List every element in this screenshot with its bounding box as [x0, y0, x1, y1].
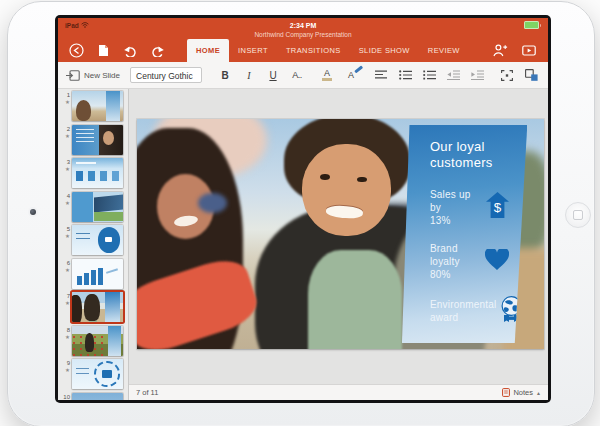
thumbnail-item-5: 5★ [58, 225, 128, 255]
undo-button[interactable] [123, 43, 138, 58]
back-button[interactable] [69, 43, 84, 58]
font-color-swatch [322, 78, 332, 81]
slide-number: 2 [58, 125, 70, 133]
slide-9-thumbnail[interactable] [72, 359, 123, 389]
slide-7-thumbnail-selected[interactable] [72, 292, 123, 322]
slide-number: 9 [58, 359, 70, 367]
slide-text-panel: Our loyal customers Sales up by13% $ [402, 125, 527, 343]
transition-star-icon: ★ [58, 200, 70, 207]
status-bar: iPad 2:34 PM [58, 18, 548, 31]
tab-review[interactable]: REVIEW [419, 39, 469, 62]
tab-home[interactable]: HOME [187, 39, 229, 62]
text-box-button[interactable] [500, 66, 514, 84]
present-slideshow-icon[interactable] [521, 43, 536, 58]
slide-bullet-sales: Sales up by13% $ [430, 188, 509, 227]
stage: iPad 2:34 PM Northwind Company Presentat… [0, 0, 600, 426]
screen: iPad 2:34 PM Northwind Company Presentat… [58, 18, 548, 400]
slide-number: 1 [58, 91, 70, 99]
thumbnail-item-9: 9★ [58, 359, 128, 389]
current-slide[interactable]: Our loyal customers Sales up by13% $ [137, 119, 544, 349]
clock: 2:34 PM [58, 22, 548, 29]
more-formatting-button[interactable]: A.. [290, 66, 304, 84]
font-name-select[interactable]: Century Gothic [130, 67, 202, 83]
slide-6-thumbnail[interactable] [72, 259, 123, 289]
italic-button[interactable]: I [242, 66, 256, 84]
numbering-button[interactable] [422, 66, 436, 84]
transition-star-icon: ★ [58, 166, 70, 173]
dollar-arrow-icon: $ [486, 192, 509, 222]
shapes-icon [525, 69, 538, 81]
toolbar: HOME INSERT TRANSITIONS SLIDE SHOW REVIE… [58, 39, 548, 62]
align-button[interactable] [374, 66, 388, 84]
slide-3-thumbnail[interactable] [72, 158, 123, 188]
screen-bezel: iPad 2:34 PM Northwind Company Presentat… [55, 15, 551, 403]
transition-star-icon: ★ [58, 267, 70, 274]
app-header: iPad 2:34 PM Northwind Company Presentat… [58, 18, 548, 62]
new-slide-icon [66, 70, 80, 81]
transition-star-icon: ★ [58, 334, 70, 341]
bullet-list-icon [399, 70, 412, 80]
thumbnail-item-6: 6★ [58, 259, 128, 289]
transition-star-icon: ★ [58, 367, 70, 374]
front-camera [30, 209, 36, 215]
thumbnail-item-3: 3★ [58, 158, 128, 188]
slide-canvas: Our loyal customers Sales up by13% $ [129, 89, 548, 384]
transition-star-icon: ★ [58, 133, 70, 140]
transition-star-icon: ★ [58, 300, 70, 307]
numbered-list-icon [423, 70, 436, 80]
slide-number: 8 [58, 326, 70, 334]
heart-icon [485, 249, 509, 274]
thumbnail-item-4: 4★ [58, 192, 128, 222]
text-box-icon [501, 70, 513, 81]
transition-star-icon: ★ [58, 99, 70, 106]
ipad-frame: iPad 2:34 PM Northwind Company Presentat… [7, 1, 595, 426]
slide-1-thumbnail[interactable] [72, 91, 123, 121]
share-person-add-icon[interactable] [493, 43, 508, 58]
outdent-icon [447, 70, 460, 80]
new-slide-label: New Slide [84, 71, 120, 80]
slide-title: Our loyal customers [430, 139, 514, 172]
thumbnail-item-2: 2★ [58, 125, 128, 155]
main-area: 1★ 2★ 3★ 4★ [58, 89, 548, 400]
redo-button[interactable] [150, 43, 165, 58]
home-button[interactable] [565, 202, 591, 228]
notes-icon [502, 388, 510, 397]
tab-transitions[interactable]: TRANSITIONS [277, 39, 350, 62]
new-file-icon[interactable] [96, 43, 111, 58]
notes-button[interactable]: Notes ▲ [502, 388, 541, 397]
bold-button[interactable]: B [218, 66, 232, 84]
slide-number: 10 [58, 393, 70, 401]
tab-insert[interactable]: INSERT [229, 39, 277, 62]
underline-button[interactable]: U [266, 66, 280, 84]
slide-10-thumbnail[interactable] [72, 393, 123, 401]
indent-icon [471, 70, 484, 80]
tab-slide-show[interactable]: SLIDE SHOW [350, 39, 419, 62]
bullets-button[interactable] [398, 66, 412, 84]
shapes-button[interactable] [524, 66, 538, 84]
thumbnail-item-7: 7★ [58, 292, 128, 322]
page-indicator: 7 of 11 [136, 388, 158, 397]
status-footer: 7 of 11 Notes ▲ [129, 384, 548, 400]
font-color-button[interactable]: A [320, 66, 334, 84]
ribbon: New Slide Century Gothic B I U A.. A A [58, 62, 548, 89]
slide-2-thumbnail[interactable] [72, 125, 123, 155]
outdent-button[interactable] [446, 66, 460, 84]
slide-bullet-award: Environmentalaward [430, 296, 509, 327]
slide-number: 3 [58, 158, 70, 166]
slide-5-thumbnail[interactable] [72, 225, 123, 255]
notes-label: Notes [513, 388, 533, 397]
highlight-button[interactable]: A [344, 66, 358, 84]
thumbnail-item-10: 10 [58, 393, 128, 401]
highlight-pen-icon [354, 65, 363, 73]
slide-4-thumbnail[interactable] [72, 192, 123, 222]
indent-button[interactable] [470, 66, 484, 84]
thumbnail-item-1: 1★ [58, 91, 128, 121]
new-slide-button[interactable]: New Slide [66, 70, 120, 81]
svg-text:$: $ [494, 200, 502, 215]
notes-chevron-icon: ▲ [536, 390, 541, 396]
transition-star-icon: ★ [58, 233, 70, 240]
slide-number: 4 [58, 192, 70, 200]
slide-number: 7 [58, 292, 70, 300]
ribbon-tabs: HOME INSERT TRANSITIONS SLIDE SHOW REVIE… [187, 39, 469, 62]
slide-8-thumbnail[interactable] [72, 326, 123, 356]
